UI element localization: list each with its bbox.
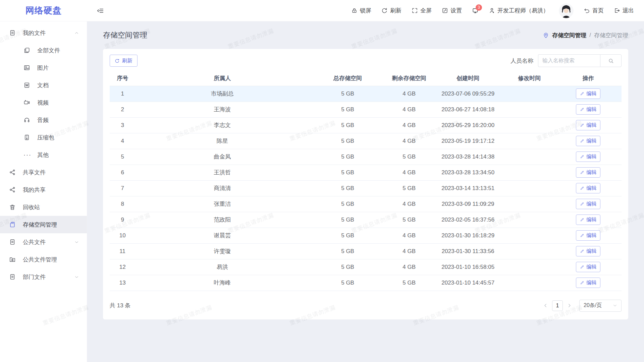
edit-button[interactable]: 编辑: [576, 230, 600, 241]
edit-button[interactable]: 编辑: [576, 183, 600, 193]
column-header-owner: 所属人: [135, 71, 309, 86]
sidebar-item-shared-files[interactable]: 共享文件: [0, 164, 87, 181]
cell-index: 5: [110, 149, 135, 165]
sidebar-item-documents[interactable]: 文档: [0, 76, 87, 94]
sidebar-item-recycle-bin[interactable]: 回收站: [0, 198, 87, 216]
cell-created-time: 2023-03-28 13:34:50: [432, 165, 504, 180]
cell-total-storage: 5 GB: [309, 212, 386, 228]
sidebar-item-my-files[interactable]: 我的文件: [0, 24, 87, 42]
edit-button[interactable]: 编辑: [576, 215, 600, 225]
page-title: 存储空间管理: [103, 30, 147, 40]
refresh-icon: [381, 7, 388, 14]
refresh-table-label: 刷新: [122, 57, 132, 64]
search-input[interactable]: [538, 54, 600, 67]
sidebar-item-department-files[interactable]: 部门文件: [0, 268, 87, 286]
table-row: 6王洪哲5 GB4 GB2023-03-28 13:34:50编辑: [110, 165, 622, 180]
lock-screen-button[interactable]: 锁屏: [351, 7, 371, 14]
cell-total-storage: 5 GB: [309, 149, 386, 165]
sidebar-item-my-shares[interactable]: 我的共享: [0, 181, 87, 198]
fullscreen-button[interactable]: 全屏: [412, 7, 432, 14]
edit-pencil-icon: [580, 218, 584, 222]
cell-actions: 编辑: [555, 196, 622, 212]
cell-actions: 编辑: [555, 259, 622, 275]
sidebar-item-audio[interactable]: 音频: [0, 111, 87, 129]
edit-button-label: 编辑: [586, 201, 596, 207]
refresh-page-button[interactable]: 刷新: [381, 7, 401, 14]
sidebar-item-storage-management[interactable]: 存储空间管理: [0, 216, 87, 233]
user-role-button[interactable]: 开发工程师（易洪）: [489, 7, 549, 14]
search-group: 人员名称: [511, 54, 622, 67]
table-row: 13叶海峰5 GB5 GB2023-01-10 14:45:57编辑: [110, 275, 622, 291]
cell-modified-time: [504, 102, 555, 117]
sidebar-item-all-files[interactable]: 全部文件: [0, 42, 87, 59]
edit-button[interactable]: 编辑: [576, 278, 600, 288]
breadcrumb-root[interactable]: 存储空间管理: [552, 32, 586, 39]
fullscreen-label: 全屏: [420, 7, 432, 14]
table-footer: 共 13 条 1 20条/页: [110, 300, 622, 312]
lock-icon: [351, 7, 358, 14]
sidebar-item-others[interactable]: ··· 其他: [0, 146, 87, 164]
cell-total-storage: 5 GB: [309, 102, 386, 117]
table-row: 7商清清5 GB5 GB2023-03-14 13:13:51编辑: [110, 180, 622, 196]
document-icon: [9, 239, 16, 245]
column-header-total-storage: 总存储空间: [309, 71, 386, 86]
cell-created-time: 2023-05-29 16:20:00: [432, 117, 504, 133]
edit-pencil-icon: [580, 123, 584, 127]
refresh-table-button[interactable]: 刷新: [110, 55, 138, 67]
cell-modified-time: [504, 117, 555, 133]
user-avatar[interactable]: [559, 3, 574, 18]
edit-button[interactable]: 编辑: [576, 167, 600, 178]
edit-pencil-icon: [580, 170, 584, 175]
location-pin-icon: [543, 32, 549, 39]
edit-button[interactable]: 编辑: [576, 88, 600, 99]
collapse-sidebar-button[interactable]: [97, 7, 104, 14]
cell-created-time: 2023-05-19 19:17:12: [432, 133, 504, 149]
sidebar-item-public-files[interactable]: 公共文件: [0, 233, 87, 251]
breadcrumb: 存储空间管理 / 存储空间管理: [543, 32, 628, 39]
share-icon: [9, 169, 16, 176]
edit-button-label: 编辑: [586, 138, 596, 144]
sidebar-item-archives[interactable]: 压缩包: [0, 129, 87, 146]
image-icon: [23, 64, 30, 71]
cell-created-time: 2023-01-10 16:58:05: [432, 259, 504, 275]
edit-button[interactable]: 编辑: [576, 104, 600, 115]
cell-index: 4: [110, 133, 135, 149]
sidebar-item-label: 存储空间管理: [23, 221, 57, 229]
cell-created-time: 2023-01-10 14:45:57: [432, 275, 504, 291]
cell-actions: 编辑: [555, 228, 622, 243]
edit-button[interactable]: 编辑: [576, 152, 600, 162]
edit-button[interactable]: 编辑: [576, 262, 600, 272]
search-button[interactable]: [600, 54, 622, 67]
cell-index: 8: [110, 196, 135, 212]
cell-owner: 商清清: [135, 180, 309, 196]
settings-button[interactable]: 设置: [442, 7, 462, 14]
cell-owner: 范政阳: [135, 212, 309, 228]
prev-page-button[interactable]: [543, 303, 548, 308]
home-label: 首页: [592, 7, 604, 14]
sidebar-item-public-files-management[interactable]: 公共文件管理: [0, 251, 87, 268]
sidebar-item-videos[interactable]: 视频: [0, 94, 87, 111]
home-button[interactable]: 首页: [584, 7, 604, 14]
edit-button[interactable]: 编辑: [576, 199, 600, 209]
settings-icon: [442, 7, 448, 14]
page-size-select[interactable]: 20条/页: [579, 300, 622, 312]
cell-index: 6: [110, 165, 135, 180]
table-toolbar: 刷新 人员名称: [110, 54, 622, 67]
edit-pencil-icon: [580, 233, 584, 238]
cell-remaining-storage: 4 GB: [386, 102, 432, 117]
cell-modified-time: [504, 133, 555, 149]
edit-button[interactable]: 编辑: [576, 120, 600, 130]
breadcrumb-current: 存储空间管理: [594, 32, 628, 39]
edit-pencil-icon: [580, 107, 584, 112]
sidebar-item-images[interactable]: 图片: [0, 59, 87, 76]
next-page-button[interactable]: [567, 303, 572, 308]
edit-button[interactable]: 编辑: [576, 136, 600, 146]
sidebar-item-label: 视频: [37, 99, 49, 107]
edit-button[interactable]: 编辑: [576, 246, 600, 256]
table-header: 序号 所属人 总存储空间 剩余存储空间 创建时间 修改时间 操作: [110, 71, 622, 86]
cell-actions: 编辑: [555, 86, 622, 102]
notification-button[interactable]: 3: [472, 7, 479, 14]
logout-button[interactable]: 退出: [614, 7, 634, 14]
table-body: 1市场副总5 GB4 GB2023-07-06 09:55:29编辑2王海波5 …: [110, 86, 622, 291]
current-page-button[interactable]: 1: [552, 300, 563, 311]
